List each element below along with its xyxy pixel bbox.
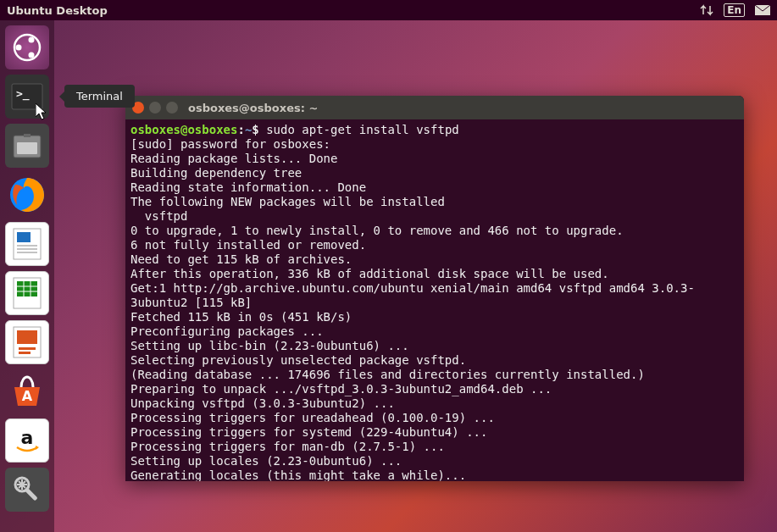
svg-text:>_: >_ <box>16 87 30 101</box>
terminal-output-line: vsftpd <box>130 209 739 224</box>
launcher-files[interactable] <box>5 124 49 168</box>
prompt-symbol: $ <box>252 123 258 136</box>
svg-rect-24 <box>19 347 36 350</box>
svg-rect-9 <box>24 134 31 137</box>
terminal-output-line: Processing triggers for man-db (2.7.5-1)… <box>130 440 739 454</box>
svg-text:a: a <box>21 427 34 448</box>
terminal-output-line: (Reading database ... 174696 files and d… <box>130 368 739 382</box>
window-minimize-button[interactable] <box>149 102 161 114</box>
terminal-output-line: Need to get 115 kB of archives. <box>130 252 739 267</box>
svg-text:A: A <box>22 388 33 404</box>
terminal-output-line: After this operation, 336 kB of addition… <box>130 267 739 281</box>
terminal-output-line: Generating locales (this might take a wh… <box>130 468 739 481</box>
terminal-output-line: Reading state information... Done <box>130 180 739 195</box>
terminal-output-line: Processing triggers for ureadahead (0.10… <box>130 411 739 425</box>
language-indicator[interactable]: En <box>724 3 745 17</box>
svg-rect-23 <box>17 330 37 344</box>
svg-rect-8 <box>17 142 37 154</box>
launcher-tooltip: Terminal <box>64 85 135 108</box>
svg-point-2 <box>16 45 22 51</box>
terminal-output-line: Setting up locales (2.23-0ubuntu6) ... <box>130 454 739 468</box>
top-menu-bar: Ubuntu Desktop En <box>0 0 777 20</box>
window-titlebar[interactable]: osboxes@osboxes: ~ <box>125 96 744 119</box>
launcher-libreoffice-impress[interactable] <box>5 320 49 364</box>
terminal-output-line: Building dependency tree <box>130 166 739 180</box>
network-icon[interactable] <box>700 4 713 16</box>
window-maximize-button[interactable] <box>166 102 178 114</box>
terminal-output-line: Processing triggers for systemd (229-4ub… <box>130 425 739 440</box>
terminal-output-line: Selecting previously unselected package … <box>130 353 739 368</box>
terminal-output-line: [sudo] password for osboxes: <box>130 137 739 152</box>
terminal-output-line: 0 to upgrade, 1 to newly install, 0 to r… <box>130 224 739 238</box>
launcher-ubuntu-dash[interactable] <box>5 25 49 69</box>
window-title: osboxes@osboxes: ~ <box>188 102 318 114</box>
svg-rect-17 <box>17 281 37 296</box>
terminal-output-line: Unpacking vsftpd (3.0.3-3ubuntu2) ... <box>130 396 739 411</box>
terminal-output-line: Setting up libc-bin (2.23-0ubuntu6) ... <box>130 339 739 353</box>
terminal-content[interactable]: osboxes@osboxes:~$ sudo apt-get install … <box>125 119 744 481</box>
svg-point-3 <box>29 37 35 43</box>
launcher-amazon[interactable]: a <box>5 418 49 463</box>
terminal-output-line: 6 not fully installed or removed. <box>130 238 739 252</box>
terminal-output-line: Preparing to unpack .../vsftpd_3.0.3-3ub… <box>130 382 739 396</box>
launcher-libreoffice-writer[interactable] <box>5 222 49 266</box>
terminal-output-line: Preconfiguring packages ... <box>130 324 739 339</box>
launcher: >_ A a <box>0 20 54 532</box>
launcher-firefox[interactable] <box>5 173 49 217</box>
svg-rect-12 <box>17 232 31 242</box>
terminal-output-line: Get:1 http://gb.archive.ubuntu.com/ubunt… <box>130 281 739 310</box>
terminal-output-line: The following NEW packages will be insta… <box>130 195 739 209</box>
prompt-userhost: osboxes@osboxes <box>130 123 237 136</box>
launcher-ubuntu-software[interactable]: A <box>5 369 49 413</box>
terminal-output: [sudo] password for osboxes:Reading pack… <box>130 137 739 481</box>
svg-point-4 <box>29 53 35 58</box>
top-bar-indicators: En <box>700 3 770 17</box>
top-bar-title: Ubuntu Desktop <box>7 4 700 17</box>
svg-rect-29 <box>24 487 37 501</box>
tooltip-label: Terminal <box>76 90 123 103</box>
mouse-cursor-icon <box>36 103 49 124</box>
launcher-system-settings[interactable] <box>5 468 49 512</box>
terminal-window[interactable]: osboxes@osboxes: ~ osboxes@osboxes:~$ su… <box>125 96 744 481</box>
prompt-colon: : <box>237 123 244 136</box>
terminal-output-line: Fetched 115 kB in 0s (451 kB/s) <box>130 310 739 324</box>
launcher-libreoffice-calc[interactable] <box>5 271 49 315</box>
terminal-output-line: Reading package lists... Done <box>130 152 739 166</box>
terminal-command: sudo apt-get install vsftpd <box>259 123 459 136</box>
mail-icon[interactable] <box>755 5 770 15</box>
svg-rect-25 <box>19 352 31 354</box>
